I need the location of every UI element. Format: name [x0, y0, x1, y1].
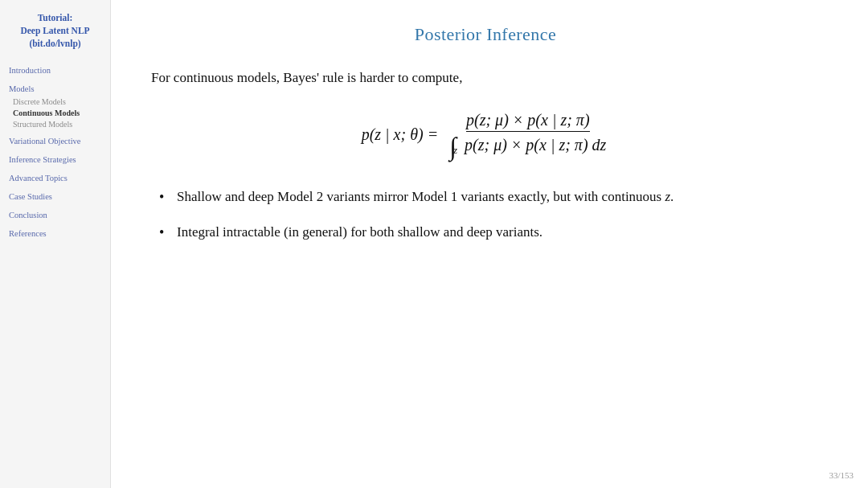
intro-text: For continuous models, Bayes' rule is ha…: [151, 68, 820, 88]
formula-denominator: ∫z p(z; μ) × p(x | z; π) dz: [449, 133, 606, 159]
formula-lhs: p(z | x; θ) =: [362, 125, 439, 144]
integral-subscript: z: [453, 144, 457, 156]
sidebar-item-advanced-topics[interactable]: Advanced Topics: [6, 172, 104, 184]
bullet-list: Shallow and deep Model 2 variants mirror…: [151, 187, 820, 258]
sidebar-title: Tutorial: Deep Latent NLP (bit.do/lvnlp): [6, 11, 104, 50]
formula-numerator: p(z; μ) × p(x | z; π): [466, 111, 590, 132]
page-number: 33/153: [829, 470, 854, 480]
sidebar-item-case-studies[interactable]: Case Studies: [6, 191, 104, 203]
bullet-item-1: Shallow and deep Model 2 variants mirror…: [159, 187, 820, 207]
sidebar-item-models[interactable]: Models: [6, 83, 104, 95]
sidebar-item-conclusion[interactable]: Conclusion: [6, 209, 104, 221]
sidebar-item-variational-objective[interactable]: Variational Objective: [6, 135, 104, 147]
sidebar-item-references[interactable]: References: [6, 228, 104, 240]
slide-content: Posterior Inference For continuous model…: [111, 0, 868, 488]
formula-block: p(z | x; θ) = p(z; μ) × p(x | z; π) ∫z p…: [151, 111, 820, 159]
formula-fraction: p(z; μ) × p(x | z; π) ∫z p(z; μ) × p(x |…: [449, 111, 606, 159]
sidebar-item-discrete-models[interactable]: Discrete Models: [6, 96, 104, 107]
formula: p(z | x; θ) = p(z; μ) × p(x | z; π) ∫z p…: [362, 111, 610, 159]
slide-title: Posterior Inference: [151, 24, 820, 45]
sidebar: Tutorial: Deep Latent NLP (bit.do/lvnlp)…: [0, 0, 111, 488]
sidebar-item-inference-strategies[interactable]: Inference Strategies: [6, 154, 104, 166]
sidebar-item-introduction[interactable]: Introduction: [6, 64, 104, 76]
bullet-item-2: Integral intractable (in general) for bo…: [159, 222, 820, 243]
sidebar-item-continuous-models[interactable]: Continuous Models: [6, 108, 104, 118]
sidebar-item-structured-models[interactable]: Structured Models: [6, 119, 104, 129]
